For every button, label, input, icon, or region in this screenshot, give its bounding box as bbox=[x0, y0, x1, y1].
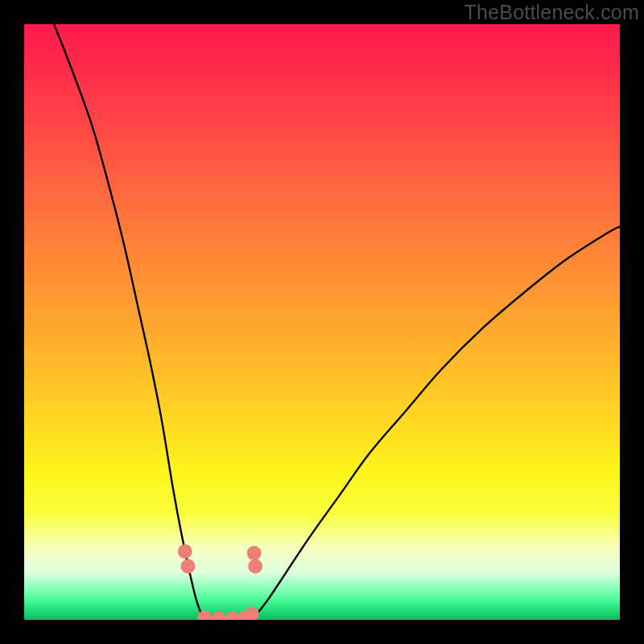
watermark-text: TheBottleneck.com bbox=[464, 1, 639, 24]
chart-container: TheBottleneck.com bbox=[0, 0, 644, 644]
plot-area bbox=[24, 24, 620, 620]
